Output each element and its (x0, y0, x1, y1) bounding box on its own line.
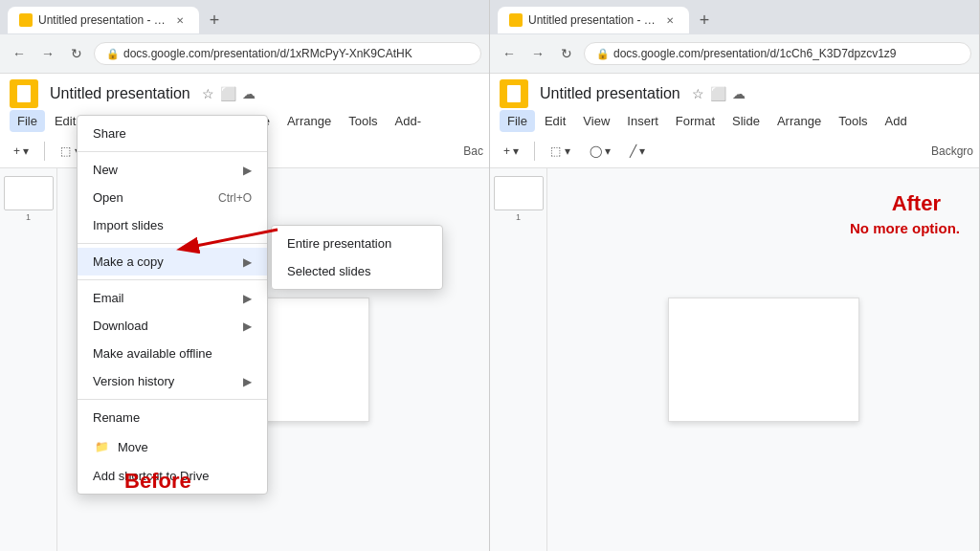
menu-item-open[interactable]: Open Ctrl+O (78, 184, 267, 211)
left-panel: Untitled presentation - Google S ✕ + ← →… (0, 0, 490, 551)
sep-1-left (78, 151, 267, 152)
menu-item-offline[interactable]: Make available offline (78, 340, 267, 367)
menu-item-email[interactable]: Email ▶ (78, 284, 267, 312)
open-shortcut: Ctrl+O (218, 191, 252, 205)
submenu-entire[interactable]: Entire presentation (272, 230, 442, 257)
menu-item-download[interactable]: Download ▶ (78, 312, 267, 340)
sep-3-left (78, 279, 267, 280)
new-label: New (93, 163, 118, 177)
no-more-label: No more option. (850, 220, 960, 236)
email-arrow: ▶ (243, 292, 252, 305)
move-label: Move (118, 440, 148, 454)
after-label: After (892, 191, 941, 216)
folder-icon: 📁 (93, 438, 110, 455)
before-label: Before (124, 469, 191, 494)
dropdown-overlay-left: Share New ▶ Open Ctrl+O Import slides Ma… (0, 0, 489, 551)
sep-4-left (78, 399, 267, 400)
copy-label: Make a copy (93, 254, 164, 269)
svg-line-1 (182, 230, 278, 249)
import-label: Import slides (93, 218, 164, 232)
download-label: Download (93, 319, 148, 333)
menu-item-rename[interactable]: Rename (78, 404, 267, 431)
menu-item-new[interactable]: New ▶ (78, 156, 267, 184)
menu-item-move[interactable]: 📁 Move (78, 431, 267, 462)
dropdown-overlay-right: New ▶ Open Ctrl+O Import slides Email ▶ … (490, 0, 979, 551)
right-panel: Untitled presentation - Google S ✕ + ← →… (490, 0, 980, 551)
menu-item-version[interactable]: Version history ▶ (78, 367, 267, 395)
offline-label: Make available offline (93, 346, 212, 361)
entire-label: Entire presentation (287, 236, 391, 251)
selected-label: Selected slides (287, 264, 370, 278)
download-arrow: ▶ (243, 320, 252, 333)
copy-submenu: Entire presentation Selected slides (271, 225, 443, 290)
open-label: Open (93, 190, 123, 205)
email-label: Email (93, 291, 124, 305)
red-arrow-svg (163, 210, 287, 268)
version-label: Version history (93, 374, 174, 388)
file-dropdown-left: Share New ▶ Open Ctrl+O Import slides Ma… (77, 115, 268, 495)
rename-label: Rename (93, 410, 140, 425)
new-arrow: ▶ (243, 164, 252, 177)
submenu-selected[interactable]: Selected slides (272, 257, 442, 285)
version-arrow: ▶ (243, 375, 252, 388)
share-label: Share (93, 126, 126, 141)
menu-item-share[interactable]: Share (78, 120, 267, 147)
